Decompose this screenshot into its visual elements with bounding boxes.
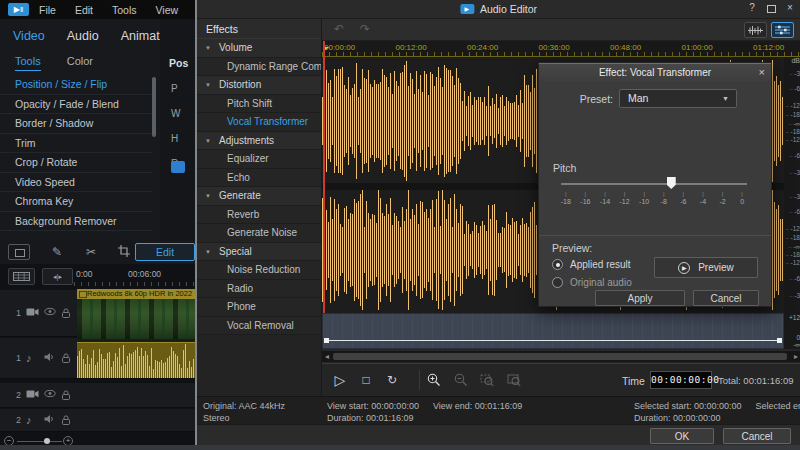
- play-button[interactable]: ▷: [330, 371, 350, 389]
- effect-group-adjustments[interactable]: Adjustments: [197, 132, 321, 151]
- edit-button[interactable]: Edit: [135, 243, 195, 261]
- zoom-in-tool-icon[interactable]: [427, 373, 441, 387]
- track-row-2-video[interactable]: 2: [0, 383, 195, 408]
- tool-item[interactable]: Position / Size / Flip: [0, 75, 152, 95]
- track-row-2-audio[interactable]: 2♪: [0, 409, 195, 432]
- trim-split-icon[interactable]: ◂|▸: [42, 268, 73, 285]
- split-scissors-icon[interactable]: ✂: [86, 246, 96, 258]
- pitch-slider-handle[interactable]: [667, 177, 676, 189]
- editor-cancel-button[interactable]: Cancel: [723, 428, 791, 444]
- maximize-icon[interactable]: [767, 5, 776, 13]
- tab-audio[interactable]: Audio: [67, 29, 99, 43]
- envelope-line[interactable]: [326, 340, 780, 341]
- effect-item[interactable]: Pitch Shift: [197, 95, 321, 114]
- tool-item[interactable]: Background Remover: [0, 212, 152, 232]
- redo-icon[interactable]: ↷: [360, 22, 370, 36]
- pitch-slider-track[interactable]: [561, 183, 747, 185]
- scroll-left-icon[interactable]: ◂: [325, 351, 329, 362]
- zoom-slider-track[interactable]: [17, 441, 62, 442]
- horizontal-scrollbar[interactable]: ◂ ▸: [322, 351, 800, 362]
- effect-group-special[interactable]: Special: [197, 243, 321, 262]
- pitch-tick-scale: -18-16-14-12-10-8-6-4-20: [556, 191, 752, 205]
- zoom-out-tool-icon[interactable]: [454, 373, 468, 387]
- crop-tool-icon[interactable]: [118, 243, 130, 261]
- envelope-handle-left[interactable]: [324, 338, 329, 343]
- preview-button[interactable]: ▶ Preview: [654, 257, 758, 278]
- dialog-titlebar[interactable]: Effect: Vocal Transformer ×: [539, 63, 771, 81]
- help-icon[interactable]: ?: [744, 2, 760, 13]
- lock-icon[interactable]: [61, 415, 74, 426]
- radio-off-icon[interactable]: [552, 277, 563, 288]
- effect-item[interactable]: Radio: [197, 280, 321, 299]
- menu-item-tools[interactable]: Tools: [112, 4, 137, 16]
- zoom-fit-icon[interactable]: [507, 373, 521, 387]
- lock-icon[interactable]: [61, 308, 74, 319]
- tool-item[interactable]: Border / Shadow: [0, 114, 152, 134]
- visibility-eye-icon[interactable]: [44, 390, 57, 401]
- effect-group-distortion[interactable]: Distortion: [197, 76, 321, 95]
- apply-button[interactable]: Apply: [595, 290, 685, 306]
- playhead-line[interactable]: [323, 41, 325, 313]
- preset-dropdown[interactable]: Man ▼: [619, 89, 737, 108]
- scroll-right-icon[interactable]: ▸: [794, 351, 798, 362]
- stop-button[interactable]: □: [356, 371, 376, 389]
- effect-item[interactable]: Phone: [197, 298, 321, 317]
- tool-item[interactable]: Crop / Rotate: [0, 153, 152, 173]
- effects-panel: Effects VolumeDynamic Range CompressionD…: [197, 19, 322, 397]
- effect-item[interactable]: Dynamic Range Compression: [197, 58, 321, 77]
- video-track-icon: [26, 390, 39, 401]
- editor-titlebar[interactable]: ▶ Audio Editor ? ×: [197, 0, 800, 19]
- visibility-eye-icon[interactable]: [44, 308, 57, 319]
- mute-speaker-icon[interactable]: [44, 415, 57, 426]
- effect-item[interactable]: Vocal Transformer: [197, 113, 321, 132]
- zoom-slider-handle[interactable]: [44, 438, 50, 444]
- zoom-selection-icon[interactable]: [480, 373, 494, 387]
- lock-icon[interactable]: [61, 353, 74, 364]
- subtab-color[interactable]: Color: [67, 55, 93, 71]
- effect-group-generate[interactable]: Generate: [197, 187, 321, 206]
- radio-original-audio[interactable]: Original audio: [552, 277, 632, 288]
- db-label: -18: [784, 111, 800, 118]
- select-tool-icon[interactable]: [8, 244, 30, 260]
- effect-item[interactable]: Generate Noise: [197, 224, 321, 243]
- storyboard-view-icon[interactable]: [8, 268, 35, 285]
- design-tool-icon[interactable]: ✎: [52, 246, 62, 258]
- editor-time-ruler[interactable]: 00:00:0000:12:0000:24:0000:36:0000:48:00…: [322, 41, 800, 57]
- tab-video[interactable]: Video: [13, 29, 45, 43]
- tool-item[interactable]: Opacity / Fade / Blend: [0, 95, 152, 115]
- lock-icon[interactable]: [61, 390, 74, 401]
- effect-item[interactable]: Vocal Removal: [197, 317, 321, 336]
- effect-item[interactable]: Reverb: [197, 206, 321, 225]
- subtab-tools[interactable]: Tools: [15, 55, 41, 71]
- undo-icon[interactable]: ↶: [334, 22, 344, 36]
- menu-item-view[interactable]: View: [156, 4, 179, 16]
- tool-item[interactable]: Video Speed: [0, 173, 152, 193]
- envelope-handle-right[interactable]: [777, 338, 782, 343]
- mute-speaker-icon[interactable]: [44, 353, 57, 364]
- radio-on-icon[interactable]: [552, 259, 563, 270]
- loop-button[interactable]: ↻: [382, 371, 402, 389]
- clip-video-thumbnail[interactable]: [77, 299, 195, 339]
- effect-item[interactable]: Echo: [197, 169, 321, 188]
- clip-title[interactable]: Redwoods 8k 60p HDR in 2022: [77, 289, 195, 299]
- menu-item-edit[interactable]: Edit: [75, 4, 93, 16]
- dialog-close-icon[interactable]: ×: [759, 66, 765, 78]
- effect-item[interactable]: Equalizer: [197, 150, 321, 169]
- dialog-cancel-button[interactable]: Cancel: [693, 290, 759, 306]
- mixer-view-button[interactable]: [771, 22, 794, 38]
- tool-list-scrollbar[interactable]: [152, 77, 156, 137]
- menu-item-file[interactable]: File: [39, 4, 56, 16]
- effects-header: Effects: [197, 19, 321, 39]
- radio-applied-result[interactable]: Applied result: [552, 259, 631, 270]
- close-window-icon[interactable]: ×: [782, 2, 798, 13]
- effect-item[interactable]: Noise Reduction: [197, 261, 321, 280]
- waveform-view-button[interactable]: [744, 22, 767, 38]
- clip-audio-waveform[interactable]: [77, 342, 195, 378]
- tool-item[interactable]: Chroma Key: [0, 192, 152, 212]
- tool-item[interactable]: Trim: [0, 134, 152, 154]
- volume-envelope-strip[interactable]: [322, 313, 784, 349]
- effect-group-volume[interactable]: Volume: [197, 39, 321, 58]
- ok-button[interactable]: OK: [650, 428, 714, 444]
- time-display[interactable]: 00:00:00:00: [650, 371, 712, 389]
- scrollbar-thumb[interactable]: [333, 353, 787, 360]
